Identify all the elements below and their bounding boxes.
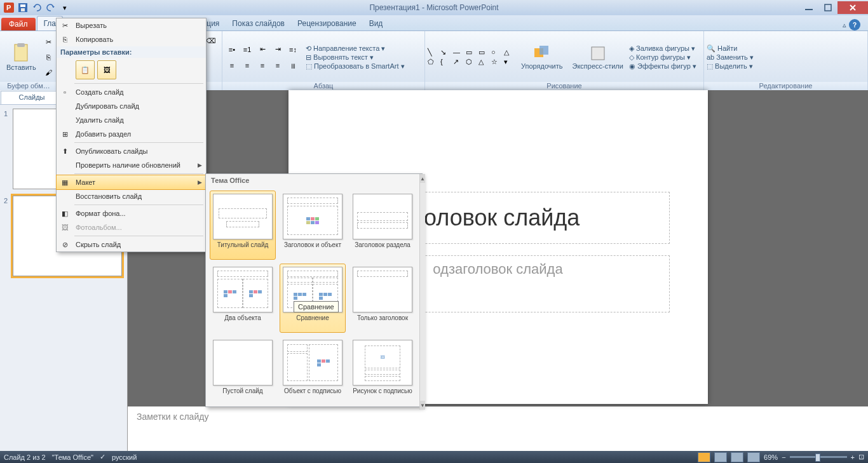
shapes-gallery[interactable]: ╲↘—▭▭○△ ⬠{↗⬡△☆▾ [428,48,515,66]
columns[interactable]: ⫼ [286,58,300,72]
find-button[interactable]: 🔍 Найти [707,44,737,53]
view-sorter[interactable] [714,452,727,462]
shape-fill[interactable]: ◈ Заливка фигуры ▾ [629,44,696,53]
align-text[interactable]: ⊟ Выровнять текст ▾ [306,53,405,62]
layout-item-0[interactable]: Титульный слайд [210,191,276,260]
svg-rect-3 [20,4,25,7]
tab-file[interactable]: Файл [1,18,36,30]
layout-item-2[interactable]: Заголовок раздела [349,191,416,260]
gallery-scrollbar[interactable]: ▲ ▼ [419,174,425,410]
ctx-section[interactable]: ⊞Добавить раздел [57,127,206,141]
context-menu: ✂Вырезать ⎘Копировать Параметры вставки:… [56,18,207,252]
justify[interactable]: ≡ [271,58,285,72]
album-icon: 🖼 [59,222,71,233]
arrange-button[interactable]: Упорядочить [517,43,566,71]
status-bar: Слайд 2 из 2 "Тема Office" ✓ русский 69%… [0,451,868,463]
layout-gallery: Тема Office Титульный слайдЗаголовок и о… [205,173,423,407]
layout-item-1[interactable]: Заголовок и объект [280,191,346,260]
layout-item-5[interactable]: Только заголовок [349,264,416,333]
fit-to-window[interactable]: ⊡ [858,453,864,461]
ctx-format-bg[interactable]: ◧Формат фона... [57,206,206,220]
new-slide-icon: ▫ [59,86,71,98]
save-button[interactable] [17,1,29,14]
ctx-publish[interactable]: ⬆Опубликовать слайды [57,144,206,158]
paste-options: 📋 🖼 [57,58,206,82]
chevron-right-icon: ▶ [198,179,202,185]
gallery-title: Тема Office [206,174,419,187]
ctx-reset[interactable]: Восстановить слайд [57,189,206,203]
svg-rect-10 [539,46,548,55]
tab-slideshow[interactable]: Показ слайдов [226,17,291,30]
shape-effects[interactable]: ◉ Эффекты фигур ▾ [629,62,696,70]
copy-icon: ⎘ [59,34,71,45]
paste-button[interactable]: Вставить [3,42,40,72]
layout-tooltip: Сравнение [294,301,339,312]
align-right[interactable]: ≡ [255,58,269,72]
layout-item-8[interactable]: 🖼Рисунок с подписью [349,337,416,406]
status-lang[interactable]: русский [112,453,137,461]
ctx-layout[interactable]: ▦Макет▶ [56,175,207,190]
qat-customize[interactable]: ▾ [58,1,71,14]
layout-item-4[interactable]: Сравнение [280,264,346,333]
ctx-duplicate[interactable]: Дублировать слайд [57,99,206,113]
chevron-right-icon: ▶ [198,162,202,168]
quick-access-toolbar: P ▾ [3,1,71,14]
svg-rect-5 [805,9,813,10]
svg-rect-6 [825,4,831,11]
replace-button[interactable]: ab Заменить ▾ [707,53,754,62]
svg-rect-11 [592,47,604,60]
numbering[interactable]: ≡1 [240,43,254,57]
dec-indent[interactable]: ⇤ [255,43,269,57]
convert-smartart[interactable]: ⬚ Преобразовать в SmartArt ▾ [306,62,405,70]
line-spacing[interactable]: ≡↕ [286,43,300,57]
ctx-cut[interactable]: ✂Вырезать [57,18,206,32]
redo-button[interactable] [44,1,57,14]
ctx-new-slide[interactable]: ▫Создать слайд [57,85,206,99]
minimize-button[interactable] [799,1,818,14]
format-painter[interactable]: 🖌 [42,65,56,79]
ribbon-min-icon[interactable]: ▵ [843,21,846,29]
zoom-out[interactable]: − [782,453,785,461]
layout-item-3[interactable]: Два объекта [210,264,276,333]
hide-icon: ⊘ [59,239,71,250]
svg-rect-8 [17,43,25,47]
tab-view[interactable]: Вид [363,17,390,30]
select-button[interactable]: ⬚ Выделить ▾ [707,62,753,70]
paste-keep-source[interactable]: 📋 [76,60,95,79]
group-drawing: ╲↘—▭▭○△ ⬠{↗⬡△☆▾ Упорядочить Экспресс-сти… [425,31,704,91]
status-slide: Слайд 2 из 2 [4,453,46,461]
align-center[interactable]: ≡ [240,58,254,72]
ctx-updates[interactable]: Проверить наличие обновлений▶ [57,158,206,172]
help-button[interactable]: ? [849,19,860,30]
ctx-photo-album: 🖼Фотоальбом... [57,220,206,234]
zoom-in[interactable]: + [851,453,855,461]
shape-outline[interactable]: ◇ Контур фигуры ▾ [629,53,696,62]
bullets[interactable]: ≡• [225,43,239,57]
view-reading[interactable] [731,452,743,462]
notes-pane[interactable]: Заметки к слайду [128,404,868,451]
cut-button[interactable]: ✂ [42,35,56,49]
undo-button[interactable] [31,1,43,14]
ctx-copy[interactable]: ⎘Копировать [57,32,206,46]
ctx-delete[interactable]: Удалить слайд [57,113,206,127]
ctx-hide[interactable]: ⊘Скрыть слайд [57,238,206,252]
view-slideshow[interactable] [747,452,760,462]
copy-button[interactable]: ⎘ [42,50,56,64]
tab-slides[interactable]: Слайды [1,91,63,104]
window-title: Презентация1 - Microsoft PowerPoint [369,3,498,12]
view-normal[interactable] [698,452,710,462]
close-button[interactable] [837,1,868,14]
align-left[interactable]: ≡ [225,58,239,72]
tab-review[interactable]: Рецензирование [291,17,363,30]
inc-indent[interactable]: ⇥ [271,43,285,57]
layout-item-6[interactable]: Пустой слайд [210,337,276,406]
svg-rect-4 [21,8,25,11]
app-icon[interactable]: P [3,1,15,14]
paste-picture[interactable]: 🖼 [97,60,116,79]
maximize-button[interactable] [818,1,837,14]
quick-styles[interactable]: Экспресс-стили [568,43,627,71]
text-direction[interactable]: ⟲ Направление текста ▾ [306,44,405,53]
spell-icon[interactable]: ✓ [100,453,105,461]
zoom-slider[interactable] [790,456,847,458]
layout-item-7[interactable]: Объект с подписью [280,337,346,406]
